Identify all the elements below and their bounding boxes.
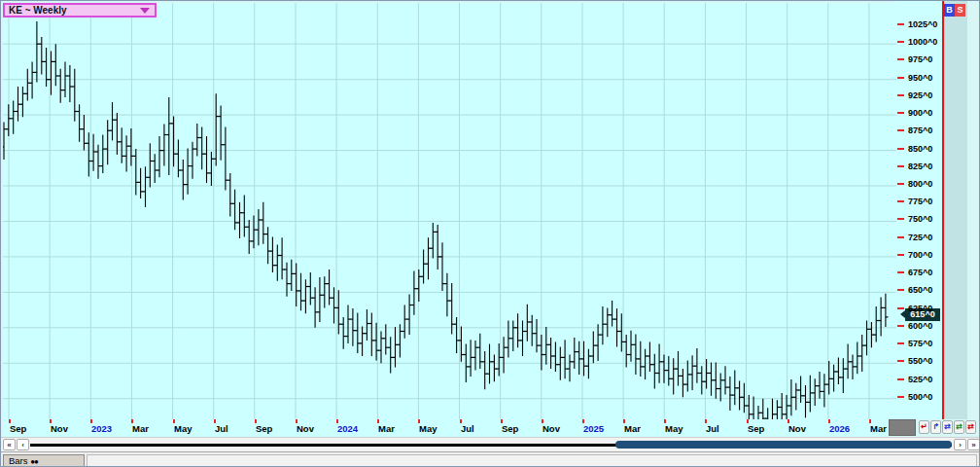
price-tick bbox=[897, 112, 904, 114]
price-label: 625^0 bbox=[908, 304, 932, 313]
price-label: 850^0 bbox=[908, 144, 932, 154]
price-label: 775^0 bbox=[908, 197, 932, 206]
nav-corner-blue-button[interactable]: ↱ bbox=[930, 420, 941, 434]
sell-button[interactable]: S bbox=[955, 4, 965, 17]
date-label-year: 2026 bbox=[829, 423, 850, 434]
date-label-month: May bbox=[419, 423, 437, 434]
buy-button[interactable]: B bbox=[944, 4, 955, 17]
date-label-month: Sep bbox=[10, 423, 26, 434]
price-tick bbox=[897, 94, 904, 96]
price-tick bbox=[897, 396, 904, 398]
scroll-right-button[interactable]: › bbox=[954, 439, 966, 450]
price-tick bbox=[897, 271, 904, 273]
price-tick bbox=[897, 218, 904, 220]
price-tick bbox=[897, 77, 904, 79]
nav-swap-green-button[interactable]: ⇄ bbox=[954, 420, 964, 434]
price-tick bbox=[897, 129, 904, 131]
vertical-scrollbar[interactable] bbox=[944, 1, 967, 419]
nav-return-red-button[interactable]: ↵ bbox=[919, 420, 929, 434]
scrollbar-thumb[interactable] bbox=[615, 441, 952, 449]
price-tick bbox=[897, 23, 904, 25]
price-tick bbox=[897, 254, 904, 256]
price-label: 575^0 bbox=[908, 339, 932, 348]
price-tick bbox=[897, 342, 904, 344]
scroll-far-right-button[interactable]: » bbox=[967, 439, 980, 450]
nav-swap-blue-button[interactable]: ⇄ bbox=[942, 420, 953, 434]
symbol-period-dropdown[interactable]: KE ~ Weekly bbox=[3, 3, 157, 18]
tab-bars[interactable]: Bars ●● bbox=[3, 454, 85, 467]
date-label-year: 2024 bbox=[337, 423, 358, 434]
price-label: 1025^0 bbox=[908, 19, 937, 29]
price-tick bbox=[897, 183, 904, 185]
price-label: 825^0 bbox=[908, 162, 932, 171]
price-tick bbox=[897, 41, 904, 43]
price-tick bbox=[897, 165, 904, 167]
date-label-month: Jul bbox=[461, 423, 474, 434]
axis-corner-handle[interactable] bbox=[889, 419, 916, 436]
date-label-month: Mar bbox=[870, 423, 887, 434]
price-tick bbox=[897, 378, 904, 380]
date-label-month: Mar bbox=[132, 423, 149, 434]
price-label: 1000^0 bbox=[908, 37, 937, 47]
tab-bar-empty-field bbox=[87, 454, 977, 467]
chart-window: KE ~ Weekly 615^0 1025^01000^0975^0950^0… bbox=[0, 0, 980, 467]
price-chart-plot[interactable] bbox=[3, 3, 896, 419]
price-tick bbox=[897, 236, 904, 238]
date-label-month: Mar bbox=[624, 423, 641, 434]
price-tick bbox=[897, 200, 904, 202]
price-label: 750^0 bbox=[908, 214, 932, 224]
price-label: 525^0 bbox=[908, 375, 932, 384]
price-label: 925^0 bbox=[908, 90, 932, 100]
scroll-far-left-button[interactable]: « bbox=[3, 439, 16, 450]
date-axis: SepNov2023MarMayJulSepNov2024MarMayJulSe… bbox=[3, 419, 889, 437]
horizontal-scrollbar-row: «‹›» bbox=[1, 437, 980, 451]
price-tick bbox=[897, 289, 904, 291]
bottom-tab-bar: Bars ●● bbox=[1, 451, 980, 467]
date-label-month: Sep bbox=[256, 423, 272, 434]
chevron-down-icon bbox=[140, 8, 150, 14]
date-label-year: 2025 bbox=[583, 423, 604, 434]
price-label: 550^0 bbox=[908, 356, 932, 366]
date-label-month: Jul bbox=[706, 423, 719, 434]
price-label: 800^0 bbox=[908, 179, 932, 189]
price-label: 975^0 bbox=[908, 54, 932, 64]
price-label: 875^0 bbox=[908, 126, 932, 135]
symbol-period-label: KE ~ Weekly bbox=[5, 5, 67, 16]
chart-nav-buttons: ↵↱⇄⇄⇄ bbox=[919, 420, 976, 435]
price-label: 650^0 bbox=[908, 285, 932, 295]
price-label: 725^0 bbox=[908, 233, 932, 242]
date-label-month: Nov bbox=[788, 423, 806, 434]
ohlc-bars-canvas bbox=[3, 3, 896, 419]
date-label-month: Nov bbox=[51, 423, 68, 434]
date-label-month: May bbox=[174, 423, 192, 434]
price-label: 700^0 bbox=[908, 250, 932, 260]
date-label-year: 2023 bbox=[91, 423, 112, 434]
date-label-month: Nov bbox=[297, 423, 314, 434]
scroll-left-button[interactable]: ‹ bbox=[17, 439, 29, 450]
price-label: 900^0 bbox=[908, 108, 932, 118]
date-label-month: Jul bbox=[215, 423, 228, 434]
bars-dots-icon: ●● bbox=[30, 457, 38, 466]
right-scroll-strip[interactable]: B S bbox=[944, 1, 980, 419]
price-tick bbox=[897, 360, 904, 362]
date-label-month: Mar bbox=[378, 423, 395, 434]
price-tick bbox=[897, 325, 904, 327]
price-label: 500^0 bbox=[908, 392, 932, 402]
price-label: 950^0 bbox=[908, 73, 932, 83]
price-axis[interactable]: 615^0 1025^01000^0975^0950^0925^0900^087… bbox=[896, 1, 942, 419]
nav-swap-red-button[interactable]: ⇄ bbox=[965, 420, 976, 434]
price-tick bbox=[897, 148, 904, 150]
price-tick bbox=[897, 58, 904, 60]
date-label-month: Nov bbox=[542, 423, 560, 434]
date-label-month: May bbox=[665, 423, 682, 434]
price-label: 600^0 bbox=[908, 321, 932, 331]
tab-bars-label: Bars bbox=[9, 455, 28, 466]
price-tick bbox=[897, 307, 904, 309]
date-label-month: Sep bbox=[502, 423, 518, 434]
price-label: 675^0 bbox=[908, 268, 932, 277]
price-pointer-icon bbox=[900, 310, 905, 318]
date-label-month: Sep bbox=[748, 423, 764, 434]
